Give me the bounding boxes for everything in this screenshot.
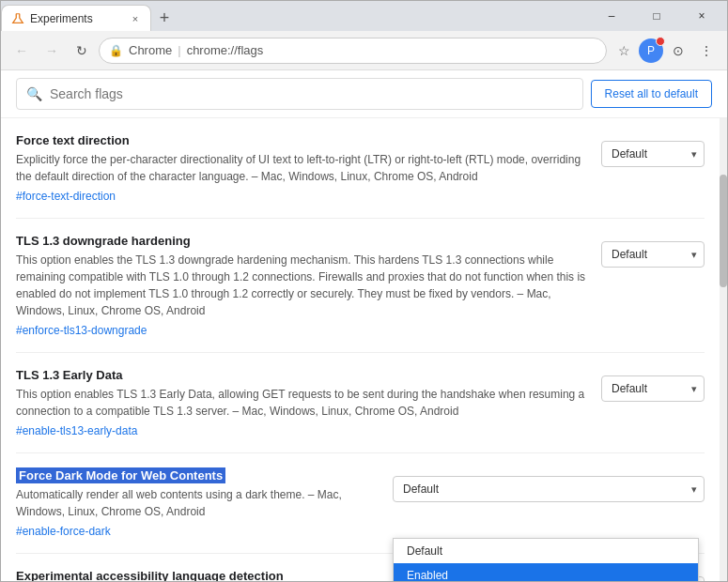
minimize-button[interactable]: – xyxy=(590,3,633,29)
address-divider: | xyxy=(178,43,180,57)
close-button[interactable]: × xyxy=(680,3,723,29)
refresh-button[interactable]: ↻ xyxy=(69,38,95,64)
lock-icon: 🔒 xyxy=(109,44,123,57)
title-bar: Experiments × + – □ × xyxy=(1,1,727,31)
browser-window: Experiments × + – □ × ← → ↻ 🔒 Chrome | c… xyxy=(0,0,728,582)
flag-control: Default Enabled Disabled xyxy=(601,133,705,203)
force-dark-flag-item: Force Dark Mode for Web Contents Automat… xyxy=(16,453,705,554)
search-icon: 🔍 xyxy=(26,86,42,101)
highlighted-flag-name: Force Dark Mode for Web Contents xyxy=(16,467,225,483)
profile-avatar[interactable]: P xyxy=(639,38,663,63)
google-account-button[interactable]: ⊙ xyxy=(665,38,691,64)
flag-name: TLS 1.3 downgrade hardening xyxy=(16,234,590,248)
svg-rect-0 xyxy=(16,13,20,14)
address-bar[interactable]: 🔒 Chrome | chrome://flags xyxy=(99,38,607,64)
flag-item: TLS 1.3 Early Data This option enables T… xyxy=(16,353,705,453)
experiments-tab[interactable]: Experiments × xyxy=(1,5,151,31)
flag-desc: Explicitly force the per-character direc… xyxy=(16,151,590,185)
force-dark-dropdown: Default Enabled Enabled with simple HSL-… xyxy=(393,538,699,581)
select-wrapper: Default Enabled Enabled with simple HSL-… xyxy=(393,476,705,502)
tab-title: Experiments xyxy=(30,12,122,25)
menu-button[interactable]: ⋮ xyxy=(693,38,720,64)
flag-content: TLS 1.3 Early Data This option enables T… xyxy=(16,368,590,437)
new-tab-button[interactable]: + xyxy=(151,5,178,31)
menu-icon: ⋮ xyxy=(700,43,713,58)
chrome-label: Chrome xyxy=(129,43,172,57)
tab-favicon xyxy=(11,12,24,25)
dropdown-item-default[interactable]: Default xyxy=(394,539,698,563)
notification-badge xyxy=(656,37,665,46)
nav-right-controls: ☆ P ⊙ ⋮ xyxy=(611,38,720,64)
scrollbar-thumb[interactable] xyxy=(720,175,727,287)
bookmark-button[interactable]: ☆ xyxy=(611,38,637,64)
tab-close-button[interactable]: × xyxy=(128,11,143,26)
flag-name: TLS 1.3 Early Data xyxy=(16,368,590,382)
search-bar-container: 🔍 Reset all to default xyxy=(1,70,727,118)
flag-select[interactable]: Default Enabled Disabled xyxy=(601,375,705,402)
select-wrapper: Default Enabled Disabled xyxy=(601,375,705,402)
maximize-button[interactable]: □ xyxy=(635,3,678,29)
flag-desc: This option enables TLS 1.3 Early Data, … xyxy=(16,386,590,420)
flag-content: TLS 1.3 downgrade hardening This option … xyxy=(16,234,590,337)
forward-icon: → xyxy=(45,43,58,58)
flag-link[interactable]: #enable-force-dark xyxy=(16,525,111,538)
back-icon: ← xyxy=(15,43,28,58)
flag-name: Force Dark Mode for Web Contents xyxy=(16,468,381,482)
reset-all-button[interactable]: Reset all to default xyxy=(591,80,712,108)
flag-content: Force text direction Explicitly force th… xyxy=(16,133,590,203)
flag-content: Force Dark Mode for Web Contents Automat… xyxy=(16,468,381,538)
search-input[interactable] xyxy=(50,86,573,101)
flag-control: Default Enabled Disabled xyxy=(601,368,705,437)
select-wrapper: Default Enabled Disabled xyxy=(601,141,705,167)
scrollbar-track[interactable] xyxy=(720,118,727,581)
search-box[interactable]: 🔍 xyxy=(16,78,583,110)
flags-list: Force text direction Explicitly force th… xyxy=(1,118,720,581)
back-button[interactable]: ← xyxy=(8,38,35,64)
flag-item: TLS 1.3 downgrade hardening This option … xyxy=(16,219,705,353)
flag-item: Force text direction Explicitly force th… xyxy=(16,118,705,219)
select-wrapper: Default Enabled Disabled xyxy=(601,241,705,268)
account-icon: ⊙ xyxy=(673,43,684,58)
bookmark-icon: ☆ xyxy=(618,43,630,58)
navigation-bar: ← → ↻ 🔒 Chrome | chrome://flags ☆ P ⊙ xyxy=(1,31,727,70)
force-dark-select[interactable]: Default Enabled Enabled with simple HSL-… xyxy=(393,476,705,502)
flag-link[interactable]: #enable-tls13-early-data xyxy=(16,424,137,437)
flag-desc: This option enables the TLS 1.3 downgrad… xyxy=(16,252,590,319)
dropdown-item-enabled[interactable]: Enabled xyxy=(394,563,698,581)
main-content: Force text direction Explicitly force th… xyxy=(1,118,727,581)
tab-strip: Experiments × + xyxy=(1,1,178,31)
flag-select[interactable]: Default Enabled Disabled xyxy=(601,141,705,167)
flag-control: Default Enabled Disabled xyxy=(601,234,705,337)
flag-name: Force text direction xyxy=(16,133,590,147)
flag-select[interactable]: Default Enabled Disabled xyxy=(601,241,705,268)
flag-link[interactable]: #enforce-tls13-downgrade xyxy=(16,324,147,337)
url-text: chrome://flags xyxy=(187,43,264,57)
window-controls: – □ × xyxy=(590,1,727,31)
flag-control: Default Enabled Enabled with simple HSL-… xyxy=(393,468,705,538)
flag-desc: Automatically render all web contents us… xyxy=(16,486,381,520)
refresh-icon: ↻ xyxy=(76,43,87,58)
forward-button[interactable]: → xyxy=(39,38,65,64)
flag-link[interactable]: #force-text-direction xyxy=(16,190,116,203)
